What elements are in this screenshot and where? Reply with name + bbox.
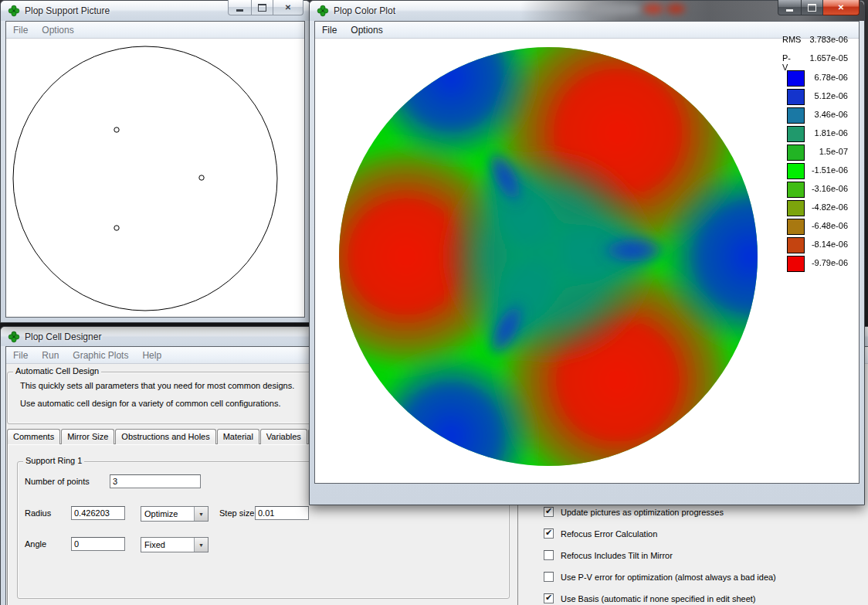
window-title: Plop Color Plot xyxy=(334,5,395,16)
radius-mode-value: Optimize xyxy=(141,507,194,521)
tab-comments[interactable]: Comments xyxy=(7,429,60,444)
option-checkboxes: Update pictures as optimization progress… xyxy=(544,507,776,603)
group-title: Automatic Cell Design xyxy=(13,366,101,376)
maximize-button[interactable] xyxy=(252,0,273,15)
maximize-icon xyxy=(808,4,816,12)
step-size-input[interactable] xyxy=(255,506,309,520)
colorplot-titlebar[interactable]: Plop Color Plot xyxy=(310,1,864,21)
tab-mirror-size[interactable]: Mirror Size xyxy=(61,429,114,444)
dropdown-arrow-icon[interactable] xyxy=(194,538,208,552)
legend-value: 5.12e-06 xyxy=(800,91,848,100)
glass-blur xyxy=(666,4,685,14)
minimize-icon xyxy=(236,9,243,12)
minimize-icon xyxy=(786,9,793,12)
maximize-button[interactable] xyxy=(802,0,823,15)
num-points-input[interactable] xyxy=(110,474,201,488)
num-points-label: Number of points xyxy=(25,477,90,486)
checkbox-row[interactable]: Refocus Includes Tilt in Mirror xyxy=(544,550,776,560)
menu-options[interactable]: Options xyxy=(35,23,80,37)
radius-label: Radius xyxy=(25,508,51,518)
legend-value: -9.79e-06 xyxy=(800,258,848,267)
plop-clover-icon xyxy=(8,5,20,17)
update-pictures-checkbox[interactable] xyxy=(544,507,554,517)
pv-label: P-V xyxy=(782,53,791,72)
legend-value: 1.81e-06 xyxy=(800,128,848,138)
window-plop-color-plot: Plop Color Plot File Options xyxy=(309,0,865,505)
support-point xyxy=(199,175,204,180)
support-titlebar[interactable]: Plop Support Picture xyxy=(1,1,310,21)
menu-graphic-plots[interactable]: Graphic Plots xyxy=(66,348,135,362)
auto-design-line2: Use automatic cell design for a variety … xyxy=(20,399,281,408)
legend-value: 6.78e-06 xyxy=(800,73,848,82)
legend-value: -4.82e-06 xyxy=(800,202,848,212)
rms-value: 3.783e-06 xyxy=(800,35,848,44)
designer-tabs: Comments Mirror Size Obstructions and Ho… xyxy=(7,429,361,444)
auto-design-line1: This quickly sets all parameters that yo… xyxy=(20,381,294,390)
plop-clover-icon xyxy=(8,331,20,343)
glass-blur xyxy=(643,4,663,14)
window-plop-support-picture: Plop Support Picture File Options xyxy=(0,0,310,323)
radius-input[interactable] xyxy=(71,506,125,520)
refocus-tilt-checkbox[interactable] xyxy=(544,550,554,560)
legend-value: -3.16e-06 xyxy=(800,184,848,193)
legend-value: 1.5e-07 xyxy=(800,147,848,156)
tab-variables[interactable]: Variables xyxy=(260,429,307,444)
use-basis-checkbox[interactable] xyxy=(544,593,554,603)
checkbox-label: Use Basis (automatic if none specified i… xyxy=(561,594,756,603)
close-button[interactable] xyxy=(823,0,860,15)
dropdown-arrow-icon[interactable] xyxy=(194,507,208,521)
support-point xyxy=(114,226,119,230)
legend-value: -8.14e-06 xyxy=(800,240,848,249)
desktop: Plop Cell Designer File Run Graphic Plot… xyxy=(0,0,868,605)
glass-blur xyxy=(588,3,642,15)
support-menubar: File Options xyxy=(6,22,304,39)
refocus-error-checkbox[interactable] xyxy=(544,529,554,539)
angle-label: Angle xyxy=(25,539,46,549)
group-title: Support Ring 1 xyxy=(23,456,84,465)
tab-material[interactable]: Material xyxy=(217,429,259,444)
color-legend: RMS 3.783e-06 P-V 1.657e-05 6.78e-06 5.1… xyxy=(315,22,859,483)
legend-value: -6.48e-06 xyxy=(800,221,848,230)
menu-file[interactable]: File xyxy=(6,348,35,362)
minimize-button[interactable] xyxy=(228,0,252,15)
minimize-button[interactable] xyxy=(778,0,802,15)
legend-value: -1.51e-06 xyxy=(800,165,848,175)
support-layout-drawing xyxy=(6,39,304,317)
rms-label: RMS xyxy=(782,35,801,44)
checkbox-label: Refocus Error Calculation xyxy=(561,529,657,539)
menu-file[interactable]: File xyxy=(6,23,35,37)
checkbox-label: Use P-V error for optimization (almost a… xyxy=(561,573,776,582)
window-title: Plop Cell Designer xyxy=(25,331,101,342)
checkbox-label: Refocus Includes Tilt in Mirror xyxy=(561,551,673,560)
checkbox-row[interactable]: Update pictures as optimization progress… xyxy=(544,507,776,517)
checkbox-row[interactable]: Use Basis (automatic if none specified i… xyxy=(544,593,776,603)
angle-input[interactable] xyxy=(71,537,125,551)
close-button[interactable] xyxy=(273,0,303,15)
window-title: Plop Support Picture xyxy=(25,5,110,16)
support-point xyxy=(114,127,119,132)
checkbox-row[interactable]: Use P-V error for optimization (almost a… xyxy=(544,572,776,582)
menu-help[interactable]: Help xyxy=(135,348,168,362)
maximize-icon xyxy=(258,4,266,12)
checkbox-label: Update pictures as optimization progress… xyxy=(561,508,724,517)
angle-mode-value: Fixed xyxy=(141,538,194,552)
tab-obstructions-and-holes[interactable]: Obstructions and Holes xyxy=(115,429,215,444)
use-pv-error-checkbox[interactable] xyxy=(544,572,554,582)
angle-mode-select[interactable]: Fixed xyxy=(141,537,209,552)
pv-value: 1.657e-05 xyxy=(800,53,848,63)
menu-run[interactable]: Run xyxy=(35,348,66,362)
step-size-label: Step size xyxy=(219,508,254,518)
legend-value: 3.46e-06 xyxy=(800,110,848,119)
radius-mode-select[interactable]: Optimize xyxy=(141,506,209,522)
plop-clover-icon xyxy=(317,5,329,17)
checkbox-row[interactable]: Refocus Error Calculation xyxy=(544,529,776,539)
mirror-outline xyxy=(13,46,277,311)
